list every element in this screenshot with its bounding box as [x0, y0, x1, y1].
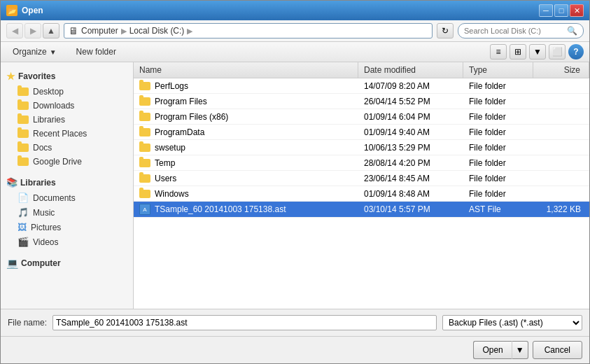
libraries-label: Libraries: [20, 178, 56, 188]
organize-button[interactable]: Organize ▼: [6, 44, 63, 59]
address-bar: ◀ ▶ ▲ 🖥 Computer ▶ Local Disk (C:) ▶ ↻ 🔍: [1, 20, 589, 42]
sidebar-item-recent-places[interactable]: Recent Places: [1, 127, 133, 141]
file-size-cell: [533, 176, 589, 181]
computer-label: Computer: [21, 258, 61, 268]
sidebar-item-videos[interactable]: 🎬 Videos: [1, 234, 133, 249]
up-button[interactable]: ▲: [43, 23, 59, 38]
sidebar-item-docs[interactable]: Docs: [1, 141, 133, 155]
file-name: PerfLogs: [155, 81, 188, 91]
col-header-date[interactable]: Date modified: [358, 62, 463, 78]
file-date-cell: 14/07/09 8:20 AM: [358, 79, 463, 93]
file-date-cell: 01/09/14 6:04 PM: [358, 110, 463, 124]
minimize-button[interactable]: ─: [539, 4, 553, 17]
desktop-folder-icon: [17, 88, 29, 96]
folder-icon: [139, 113, 150, 121]
title-bar: 📂 Open ─ □ ✕: [1, 1, 589, 20]
folder-icon: [139, 82, 150, 90]
file-name-cell: Program Files: [134, 94, 358, 108]
close-button[interactable]: ✕: [570, 4, 584, 17]
folder-icon: [139, 97, 150, 106]
table-row[interactable]: A TSample_60 20141003 175138.ast 03/10/1…: [134, 202, 589, 218]
col-header-type[interactable]: Type: [463, 62, 533, 78]
sidebar-item-pictures[interactable]: 🖼 Pictures: [1, 220, 133, 234]
col-header-name[interactable]: Name: [134, 62, 358, 78]
new-folder-button[interactable]: New folder: [70, 44, 122, 59]
cancel-button[interactable]: Cancel: [533, 341, 582, 359]
music-icon: 🎵: [17, 207, 29, 218]
table-row[interactable]: Program Files (x86) 01/09/14 6:04 PM Fil…: [134, 109, 589, 125]
folder-icon: [139, 128, 150, 136]
file-type-cell: File folder: [463, 172, 533, 186]
google-drive-icon: [17, 158, 29, 166]
sidebar-item-music[interactable]: 🎵 Music: [1, 205, 133, 220]
file-name: Program Files: [155, 97, 207, 106]
favorites-header: ★ Favorites: [1, 68, 133, 85]
search-box[interactable]: 🔍: [458, 23, 584, 38]
open-dropdown-button[interactable]: ▼: [512, 341, 528, 359]
libraries-header: 📚 Libraries: [1, 174, 133, 190]
open-button-group: Open ▼: [473, 341, 528, 359]
table-row[interactable]: ProgramData 01/09/14 9:40 AM File folder: [134, 125, 589, 140]
file-type-cell: AST File: [463, 202, 533, 216]
filetype-select[interactable]: Backup Files (.ast) (*.ast): [442, 315, 582, 330]
file-size-cell: [533, 115, 589, 119]
refresh-button[interactable]: ↻: [437, 23, 454, 38]
sidebar-item-label: Libraries: [33, 115, 65, 125]
table-row[interactable]: swsetup 10/06/13 5:29 PM File folder: [134, 140, 589, 155]
folder-icon: [139, 190, 150, 198]
folder-icon: [139, 144, 150, 152]
help-button[interactable]: ?: [568, 44, 584, 59]
filetype-container: Backup Files (.ast) (*.ast): [442, 315, 582, 330]
forward-button[interactable]: ▶: [24, 23, 41, 38]
file-date-cell: 10/06/13 5:29 PM: [358, 141, 463, 155]
file-type-cell: File folder: [463, 110, 533, 124]
path-sep-1: ▶: [121, 27, 127, 36]
sidebar-item-google-drive[interactable]: Google Drive: [1, 155, 133, 169]
file-date-cell: 28/08/14 4:20 PM: [358, 156, 463, 170]
filename-label: File name:: [8, 318, 47, 328]
table-row[interactable]: Windows 01/09/14 8:48 AM File folder: [134, 186, 589, 202]
favorites-label: Favorites: [18, 71, 55, 81]
file-type-cell: File folder: [463, 187, 533, 201]
view-toggle-button[interactable]: ⊞: [510, 44, 526, 59]
sidebar-item-documents[interactable]: 📄 Documents: [1, 190, 133, 205]
table-row[interactable]: Program Files 26/04/14 5:52 PM File fold…: [134, 94, 589, 109]
open-dialog: 📂 Open ─ □ ✕ ◀ ▶ ▲ 🖥 Computer ▶ Local Di…: [0, 0, 590, 364]
sidebar-item-label: Pictures: [31, 223, 61, 232]
title-bar-left: 📂 Open: [6, 5, 43, 16]
file-date-cell: 26/04/14 5:52 PM: [358, 94, 463, 108]
sidebar-item-desktop[interactable]: Desktop: [1, 85, 133, 99]
ast-file-icon: A: [139, 204, 150, 215]
file-type-cell: File folder: [463, 94, 533, 108]
search-input[interactable]: [464, 27, 564, 35]
table-row[interactable]: Temp 28/08/14 4:20 PM File folder: [134, 155, 589, 171]
file-name: swsetup: [155, 143, 185, 153]
address-path[interactable]: 🖥 Computer ▶ Local Disk (C:) ▶: [64, 23, 433, 38]
maximize-button[interactable]: □: [554, 4, 568, 17]
view-details-button[interactable]: ▼: [529, 44, 546, 59]
open-button[interactable]: Open: [473, 341, 511, 359]
sidebar-item-downloads[interactable]: Downloads: [1, 99, 133, 113]
back-button[interactable]: ◀: [6, 23, 23, 38]
computer-header: 💻 Computer: [1, 255, 133, 272]
file-type-cell: File folder: [463, 141, 533, 155]
panel-button[interactable]: ⬜: [549, 44, 566, 59]
downloads-folder-icon: [17, 102, 29, 110]
sidebar-item-label: Music: [33, 208, 55, 218]
organize-arrow-icon: ▼: [50, 48, 57, 56]
file-name-cell: A TSample_60 20141003 175138.ast: [134, 202, 358, 217]
filename-input[interactable]: [52, 315, 437, 330]
file-name: Users: [155, 174, 176, 183]
sidebar-divider-1: [1, 169, 133, 174]
view-list-button[interactable]: ≡: [490, 44, 507, 59]
table-row[interactable]: PerfLogs 14/07/09 8:20 AM File folder: [134, 78, 589, 94]
sidebar-item-label: Documents: [33, 193, 76, 203]
sidebar-item-libraries-fav[interactable]: Libraries: [1, 113, 133, 127]
col-header-size[interactable]: Size: [533, 62, 589, 78]
file-name-cell: Program Files (x86): [134, 110, 358, 124]
file-size-cell: [533, 99, 589, 104]
file-name-cell: Windows: [134, 187, 358, 201]
table-row[interactable]: Users 23/06/14 8:45 AM File folder: [134, 171, 589, 186]
folder-icon: [139, 159, 150, 167]
file-date-cell: 01/09/14 8:48 AM: [358, 187, 463, 201]
